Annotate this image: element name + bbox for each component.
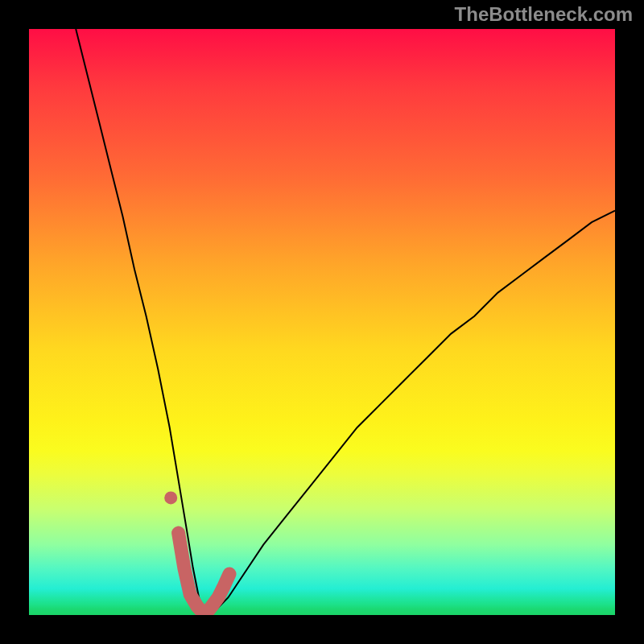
highlight-region	[29, 29, 615, 615]
chart-plot-area	[29, 29, 615, 615]
svg-point-0	[164, 491, 177, 504]
watermark-label: TheBottleneck.com	[455, 3, 633, 26]
chart-frame: TheBottleneck.com	[0, 0, 644, 644]
